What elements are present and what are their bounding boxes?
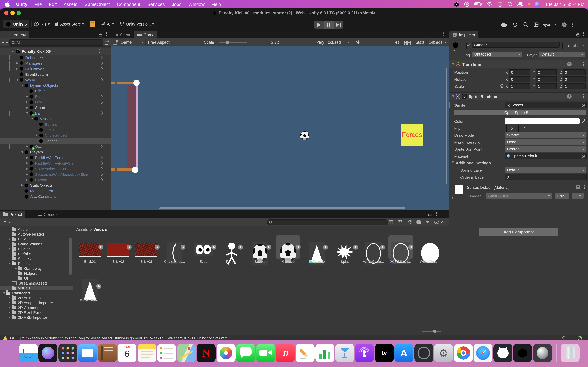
material-preview-foldout[interactable] <box>451 197 455 199</box>
hierarchy-row[interactable]: Soccer <box>0 138 111 144</box>
folder-row[interactable]: UI <box>0 276 73 281</box>
play-focused-dropdown[interactable]: Play Focused <box>316 40 341 44</box>
asset-brick01[interactable]: Brick01 <box>76 235 104 266</box>
folder-row[interactable]: Scenes <box>0 256 73 261</box>
scene-header-row[interactable]: Penalty Kick 00* <box>0 48 111 55</box>
hierarchy-search-input[interactable]: All <box>9 39 103 46</box>
expand-icon[interactable] <box>353 245 358 250</box>
position-z-field[interactable]: 0 <box>563 69 586 75</box>
hierarchy-row[interactable]: CircleStriped <box>0 133 111 138</box>
folder-row[interactable]: 2D Common <box>0 305 73 310</box>
hierarchy-row[interactable]: Person <box>0 177 111 183</box>
audio-mute-icon[interactable] <box>394 40 399 45</box>
asset-circlestrips[interactable]: CircleStrips... <box>161 235 189 266</box>
position-x-field[interactable]: 0 <box>509 69 530 75</box>
folder-foldout[interactable] <box>8 316 12 318</box>
account-menu[interactable]: RH <box>34 22 50 26</box>
folder-row[interactable]: Helpers <box>0 271 73 276</box>
expand-icon[interactable] <box>155 245 160 250</box>
step-button[interactable] <box>334 21 343 29</box>
notifications-muted-icon[interactable] <box>562 336 566 341</box>
project-kebab-icon[interactable] <box>436 213 437 214</box>
hierarchy-kebab-icon[interactable] <box>106 33 107 34</box>
folder-row[interactable]: GameSettings <box>0 242 73 246</box>
collapse-icon[interactable] <box>296 245 301 250</box>
transform-header[interactable]: Transform <box>450 60 588 68</box>
material-help-icon[interactable] <box>576 185 580 189</box>
hierarchy-row[interactable]: + Goal <box>0 144 111 150</box>
dock-facetime-icon[interactable] <box>256 344 275 362</box>
hierarchy-row[interactable]: Main Camera <box>0 188 111 194</box>
prefab-chevron-icon[interactable] <box>100 61 103 65</box>
tab-project[interactable]: Project <box>0 211 25 218</box>
tag-dropdown[interactable]: Untagged <box>472 51 523 57</box>
collapse-icon[interactable] <box>408 245 413 250</box>
game-viewport[interactable]: Forces <box>111 47 449 210</box>
shader-list-button[interactable] <box>571 193 584 199</box>
gizmos-button[interactable]: Gizmos <box>429 40 442 44</box>
dock-contacts-icon[interactable] <box>98 344 117 362</box>
dock-mail-icon[interactable] <box>78 344 97 362</box>
dock-reminders-icon[interactable] <box>157 344 176 362</box>
dock-github-icon[interactable] <box>493 344 512 362</box>
dock-settings-icon[interactable]: ⚙ <box>434 344 453 362</box>
foldout-icon[interactable] <box>25 157 29 159</box>
dock-chart-app-icon[interactable] <box>315 344 334 362</box>
foldout-icon[interactable] <box>25 101 29 103</box>
asset-store-menu[interactable]: Asset Store <box>55 22 85 26</box>
game-vertical-scrollbar[interactable] <box>446 68 447 184</box>
tab-inspector[interactable]: Inspector <box>450 31 479 38</box>
prefab-chevron-icon[interactable] <box>100 167 103 171</box>
project-add-caret[interactable] <box>9 222 10 223</box>
hierarchy-row[interactable]: Visuals <box>0 116 111 122</box>
hierarchy-row[interactable]: Ball <box>0 94 111 99</box>
foldout-icon[interactable] <box>25 107 29 109</box>
shader-edit-button[interactable]: Edit... <box>554 193 570 199</box>
dock-sphere-app-icon[interactable] <box>533 344 552 362</box>
play-button[interactable] <box>314 21 324 29</box>
eye-icon[interactable] <box>434 221 439 224</box>
menu-item[interactable]: Edit <box>45 1 60 7</box>
open-sprite-editor-button[interactable]: Open Sprite Editor <box>454 109 587 116</box>
material-object-field[interactable]: Sprites-Default <box>505 153 587 159</box>
folder-foldout[interactable] <box>8 307 12 309</box>
cloud-icon[interactable] <box>501 22 507 27</box>
dock-appletv-icon[interactable]: tv <box>375 344 394 362</box>
scale-y-field[interactable]: 1 <box>536 83 557 89</box>
favorites-star-icon[interactable]: ★ <box>426 219 430 224</box>
search-by-type-icon[interactable] <box>389 220 393 224</box>
folder-foldout[interactable] <box>8 263 12 264</box>
folder-foldout[interactable] <box>8 248 12 250</box>
gameobject-name-field[interactable]: Soccer <box>472 42 560 48</box>
shader-dropdown[interactable]: Sprites/Default <box>486 193 552 199</box>
hierarchy-add-caret[interactable] <box>6 42 8 43</box>
folder-foldout[interactable] <box>2 292 6 294</box>
color-swatch[interactable] <box>505 118 579 124</box>
dock-notes-icon[interactable] <box>138 344 156 362</box>
folder-row[interactable]: Visuals <box>0 285 73 291</box>
screen-record-icon[interactable] <box>464 1 469 7</box>
layer-dropdown[interactable]: Default <box>539 51 585 57</box>
sort-point-dropdown[interactable]: Center <box>505 146 587 152</box>
ai-menu[interactable]: AI <box>101 22 114 26</box>
expand-icon[interactable] <box>96 284 101 289</box>
unity-tray-icon[interactable] <box>454 1 459 7</box>
foldout-icon[interactable] <box>25 168 29 170</box>
inspector-kebab-icon[interactable] <box>583 33 584 34</box>
dock-siri-icon[interactable] <box>38 344 57 362</box>
thumbnail-zoom-knob[interactable] <box>433 330 436 333</box>
flip-x-checkbox[interactable] <box>506 125 507 132</box>
hierarchy-row[interactable]: Debuggers <box>0 55 111 60</box>
hierarchy-row[interactable]: PaddleWithVelocitySlam <box>0 160 111 166</box>
folder-foldout[interactable] <box>14 267 18 269</box>
asset-splat[interactable]: Splat <box>331 235 359 266</box>
expand-icon[interactable] <box>98 245 103 250</box>
scale-slider-track[interactable] <box>219 42 247 43</box>
mask-interaction-dropdown[interactable]: None <box>505 139 587 145</box>
project-search-input[interactable] <box>267 219 388 225</box>
folder-row[interactable]: Packages <box>0 291 73 295</box>
active-checkbox[interactable] <box>466 43 467 49</box>
foldout-icon[interactable] <box>25 112 29 114</box>
search-icon[interactable] <box>523 22 528 27</box>
flip-y-checkbox[interactable] <box>518 125 519 132</box>
